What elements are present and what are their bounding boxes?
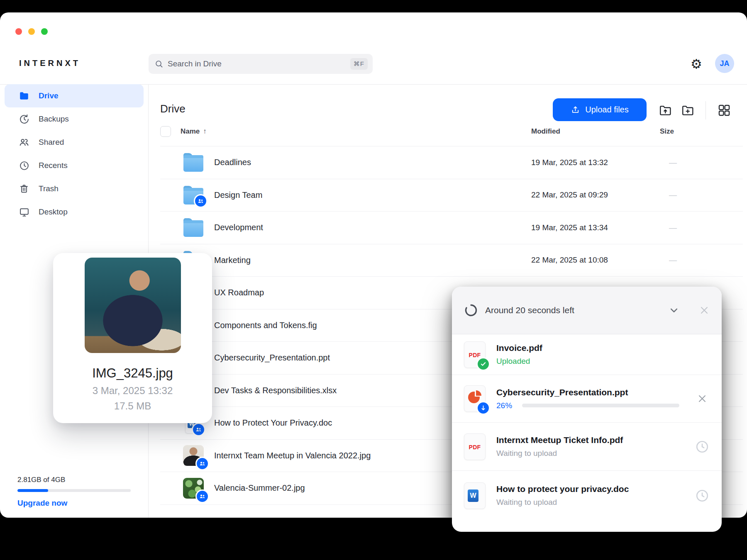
upload-status-text: 26% [496, 401, 512, 410]
shared-badge-icon [192, 423, 205, 436]
status-badge [476, 401, 490, 415]
sidebar-item-label: Recents [39, 161, 68, 170]
upload-file-icon: PDF W [464, 341, 486, 368]
file-modified: 22 Mar, 2025 at 09:29 [531, 190, 608, 200]
internxt-logo: INTERNXT [19, 58, 81, 68]
settings-gear-icon[interactable]: ⚙ [689, 56, 704, 71]
close-panel-button[interactable] [695, 301, 714, 320]
upload-file-icon: PDF W [464, 433, 486, 460]
sidebar-item-recents[interactable]: Recents [5, 154, 144, 177]
file-size: — [669, 256, 677, 265]
status-badge [476, 357, 490, 371]
sidebar-item-label: Drive [39, 91, 59, 100]
upload-files-label: Upload files [585, 105, 629, 114]
word-icon: W [468, 489, 478, 502]
sidebar-item-label: Trash [39, 184, 59, 193]
table-header: Name ↑ Modified Size [160, 117, 743, 146]
sidebar-item-label: Desktop [39, 207, 68, 217]
table-row[interactable]: Marketing 22 Mar, 2025 at 10:08 — [160, 244, 743, 277]
upload-folder-button[interactable] [658, 103, 673, 118]
upload-status-text: Waiting to upload [496, 498, 557, 507]
collapse-panel-button[interactable] [664, 301, 684, 320]
search-shortcut-badge: ⌘F [350, 58, 368, 70]
file-name: Components and Tokens.fig [214, 321, 317, 330]
grid-view-icon [717, 103, 731, 117]
preview-size: 17.5 MB [53, 400, 212, 412]
waiting-clock-icon [693, 439, 712, 454]
upload-item: PDF W Internxt Meetup Ticket Info.pdf Wa… [452, 422, 722, 470]
table-row[interactable]: Development 19 Mar, 2025 at 13:34 — [160, 212, 743, 244]
cancel-upload-button[interactable] [693, 393, 712, 404]
upload-file-name: Cybersecurity_Presentation.ppt [496, 387, 693, 397]
preview-date: 3 Mar, 2025 13:32 [53, 385, 212, 397]
avatar[interactable]: JA [715, 54, 734, 73]
chevron-down-icon [668, 304, 680, 317]
folder-upload-icon [659, 103, 673, 117]
search-icon [154, 59, 164, 68]
shared-badge-icon [194, 194, 208, 208]
upload-progress-bar [522, 404, 679, 407]
sidebar-item-label: Shared [39, 138, 64, 147]
window-traffic-lights[interactable] [15, 28, 48, 35]
grid-view-button[interactable] [717, 103, 732, 118]
file-type-icon [183, 221, 203, 237]
file-name: Design Team [214, 190, 262, 200]
preview-filename: IMG_3245.jpg [53, 366, 212, 381]
file-name: Deadlines [214, 158, 251, 167]
sidebar-item-trash[interactable]: Trash [5, 177, 144, 200]
create-folder-button[interactable] [681, 103, 696, 118]
file-size: — [669, 158, 677, 167]
file-type-icon [183, 445, 204, 466]
upload-item: PDF W Invoice.pdf Uploaded [452, 334, 722, 375]
sidebar-item-desktop[interactable]: Desktop [5, 200, 144, 224]
sort-ascending-icon: ↑ [203, 127, 207, 136]
column-header-name[interactable]: Name ↑ [181, 127, 207, 136]
upload-file-icon: W [464, 385, 486, 412]
file-name: Development [214, 223, 263, 232]
file-name: Valencia-Summer-02.jpg [214, 483, 305, 493]
sidebar-item-shared[interactable]: Shared [5, 131, 144, 154]
column-header-modified[interactable]: Modified [531, 127, 560, 136]
table-row[interactable]: Deadlines 19 Mar, 2025 at 13:32 — [160, 146, 743, 179]
file-modified: 19 Mar, 2025 at 13:34 [531, 223, 608, 232]
minimize-window-icon[interactable] [28, 28, 35, 35]
upload-item: W How to protect your privacy.doc Waitin… [452, 470, 722, 532]
sidebar-item-drive[interactable]: Drive [5, 84, 144, 107]
file-type-icon [183, 189, 203, 205]
history-icon [19, 114, 29, 124]
file-size: — [669, 190, 677, 200]
file-name: Cybersecurity_Presentation.ppt [214, 353, 330, 363]
sidebar-item-backups[interactable]: Backups [5, 107, 144, 131]
close-icon [698, 304, 710, 316]
page-title: Drive [160, 102, 186, 115]
upload-status-text: Waiting to upload [496, 449, 557, 458]
trash-icon [19, 183, 29, 194]
search-bar[interactable]: ⌘F [149, 54, 373, 74]
shared-badge-icon [195, 489, 209, 503]
upgrade-link[interactable]: Upgrade now [17, 499, 131, 508]
file-name: Internxt Team Meetup in Valencia 2022.jp… [214, 451, 371, 460]
table-row[interactable]: Design Team 22 Mar, 2025 at 09:29 — [160, 179, 743, 212]
preview-photo-thumbnail [85, 258, 181, 353]
file-name: How to Protect Your Privacy.doc [214, 418, 332, 428]
folder-icon [19, 90, 29, 101]
search-input[interactable] [168, 59, 350, 68]
zoom-window-icon[interactable] [41, 28, 48, 35]
file-modified: 22 Mar, 2025 at 10:08 [531, 256, 608, 265]
upload-panel-header: Around 20 seconds left [452, 287, 722, 334]
file-name: Marketing [214, 256, 251, 265]
storage-usage-label: 2.81GB of 4GB [17, 476, 131, 484]
file-name: Dev Tasks & Responsibilities.xlsx [214, 386, 337, 395]
column-header-size[interactable]: Size [660, 127, 674, 136]
file-size: — [669, 223, 677, 232]
close-window-icon[interactable] [15, 28, 22, 35]
storage-bar [17, 489, 131, 492]
folder-plus-icon [681, 103, 695, 117]
file-modified: 19 Mar, 2025 at 13:32 [531, 158, 608, 167]
file-preview-card: IMG_3245.jpg 3 Mar, 2025 13:32 17.5 MB [53, 253, 212, 423]
pdf-icon-label: PDF [464, 444, 485, 450]
monitor-icon [19, 207, 29, 217]
file-type-icon [183, 478, 204, 499]
spinner-icon [464, 304, 478, 317]
select-all-checkbox[interactable] [160, 126, 171, 137]
